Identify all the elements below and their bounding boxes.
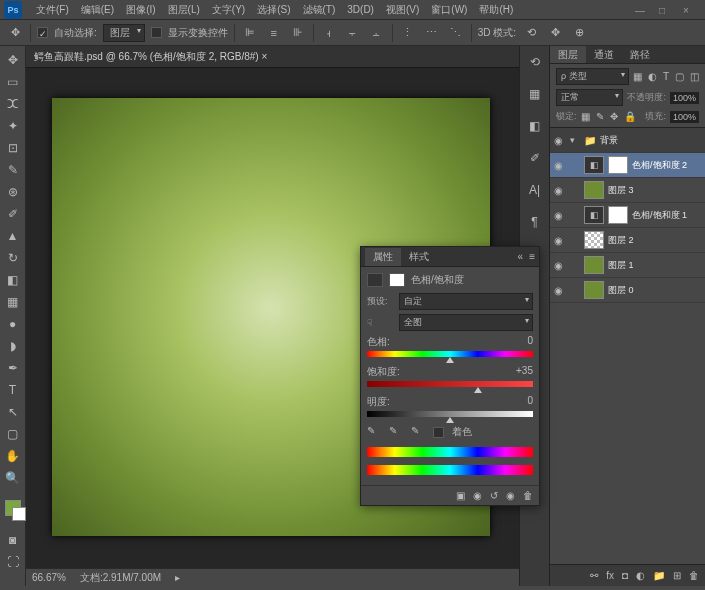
menu-select[interactable]: 选择(S) xyxy=(251,3,296,17)
stamp-tool[interactable]: ▲ xyxy=(2,226,24,246)
distribute-icon[interactable]: ⋮ xyxy=(399,24,417,42)
tab-properties[interactable]: 属性 xyxy=(365,248,401,266)
trash-icon[interactable]: 🗑 xyxy=(523,490,533,501)
pen-tool[interactable]: ✒ xyxy=(2,358,24,378)
hue-slider[interactable] xyxy=(367,351,533,357)
link-icon[interactable]: ⚯ xyxy=(590,570,598,581)
mask-icon[interactable]: ◘ xyxy=(622,570,628,581)
eraser-tool[interactable]: ◧ xyxy=(2,270,24,290)
blend-mode-dropdown[interactable]: 正常 xyxy=(556,89,623,106)
saturation-value[interactable]: +35 xyxy=(516,365,533,379)
auto-select-checkbox[interactable] xyxy=(37,27,48,38)
auto-select-dropdown[interactable]: 图层 xyxy=(103,24,145,42)
hand-tool[interactable]: ✋ xyxy=(2,446,24,466)
gradient-tool[interactable]: ▦ xyxy=(2,292,24,312)
layer-name[interactable]: 色相/饱和度 1 xyxy=(632,209,687,222)
menu-3d[interactable]: 3D(D) xyxy=(341,4,380,15)
align-icon[interactable]: ⫞ xyxy=(320,24,338,42)
fill-value[interactable]: 100% xyxy=(670,111,699,123)
dodge-tool[interactable]: ◗ xyxy=(2,336,24,356)
eyedropper-tool[interactable]: ✎ xyxy=(2,160,24,180)
filter-shape-icon[interactable]: ▢ xyxy=(675,71,684,82)
visibility-icon[interactable]: ◉ xyxy=(554,160,566,171)
tab-styles[interactable]: 样式 xyxy=(401,248,437,266)
menu-window[interactable]: 窗口(W) xyxy=(425,3,473,17)
visibility-icon[interactable]: ◉ xyxy=(554,285,566,296)
collapse-icon[interactable]: « xyxy=(518,251,524,262)
3d-zoom-icon[interactable]: ⊕ xyxy=(570,24,588,42)
layer-name[interactable]: 图层 1 xyxy=(608,259,634,272)
fx-icon[interactable]: fx xyxy=(606,570,614,581)
align-icon[interactable]: ⫠ xyxy=(368,24,386,42)
layer-item[interactable]: ◉ 图层 2 xyxy=(550,228,705,253)
document-tab[interactable]: 鳄鱼高跟鞋.psd @ 66.7% (色相/饱和度 2, RGB/8#) × xyxy=(26,46,519,68)
menu-edit[interactable]: 编辑(E) xyxy=(75,3,120,17)
brush-icon[interactable]: ✐ xyxy=(525,148,545,168)
tab-layers[interactable]: 图层 xyxy=(550,46,586,63)
opacity-value[interactable]: 100% xyxy=(670,92,699,104)
layer-group[interactable]: ◉ ▾ 📁 背景 xyxy=(550,128,705,153)
color-icon[interactable]: ◧ xyxy=(525,116,545,136)
shape-tool[interactable]: ▢ xyxy=(2,424,24,444)
previous-icon[interactable]: ◉ xyxy=(473,490,482,501)
filter-type-icon[interactable]: T xyxy=(663,71,669,82)
new-layer-icon[interactable]: ⊞ xyxy=(673,570,681,581)
lock-position-icon[interactable]: ✥ xyxy=(610,111,618,122)
3d-orbit-icon[interactable]: ⟲ xyxy=(522,24,540,42)
menu-type[interactable]: 文字(Y) xyxy=(206,3,251,17)
distribute-icon[interactable]: ⋱ xyxy=(447,24,465,42)
menu-view[interactable]: 视图(V) xyxy=(380,3,425,17)
adjustment-icon[interactable]: ◐ xyxy=(636,570,645,581)
close-icon[interactable]: × xyxy=(683,5,693,15)
brush-tool[interactable]: ✐ xyxy=(2,204,24,224)
hue-value[interactable]: 0 xyxy=(527,335,533,349)
chevron-down-icon[interactable]: ▾ xyxy=(570,135,580,145)
saturation-slider[interactable] xyxy=(367,381,533,387)
layer-filter-dropdown[interactable]: ρ 类型 xyxy=(556,68,629,85)
maximize-icon[interactable]: □ xyxy=(659,5,669,15)
clip-icon[interactable]: ▣ xyxy=(456,490,465,501)
finger-icon[interactable]: ☟ xyxy=(367,318,393,328)
menu-filter[interactable]: 滤镜(T) xyxy=(297,3,342,17)
visibility-icon[interactable]: ◉ xyxy=(554,260,566,271)
marquee-tool[interactable]: ▭ xyxy=(2,72,24,92)
menu-help[interactable]: 帮助(H) xyxy=(473,3,519,17)
colorize-checkbox[interactable] xyxy=(433,427,444,438)
quickmask-tool[interactable]: ◙ xyxy=(2,530,24,550)
layer-item[interactable]: ◉ 图层 0 xyxy=(550,278,705,303)
type-tool[interactable]: T xyxy=(2,380,24,400)
tab-channels[interactable]: 通道 xyxy=(586,46,622,63)
screenmode-tool[interactable]: ⛶ xyxy=(2,552,24,572)
zoom-tool[interactable]: 🔍 xyxy=(2,468,24,488)
lightness-slider[interactable] xyxy=(367,411,533,417)
layer-item[interactable]: ◉ ◧ 色相/饱和度 1 xyxy=(550,203,705,228)
channel-dropdown[interactable]: 全图 xyxy=(399,314,533,331)
layer-name[interactable]: 色相/饱和度 2 xyxy=(632,159,687,172)
history-icon[interactable]: ⟲ xyxy=(525,52,545,72)
visibility-icon[interactable]: ◉ xyxy=(554,135,566,146)
paragraph-icon[interactable]: ¶ xyxy=(525,212,545,232)
show-transform-checkbox[interactable] xyxy=(151,27,162,38)
wand-tool[interactable]: ✦ xyxy=(2,116,24,136)
panel-menu-icon[interactable]: ≡ xyxy=(529,251,535,262)
filter-smart-icon[interactable]: ◫ xyxy=(690,71,699,82)
preset-dropdown[interactable]: 自定 xyxy=(399,293,533,310)
layer-item[interactable]: ◉ 图层 1 xyxy=(550,253,705,278)
menu-file[interactable]: 文件(F) xyxy=(30,3,75,17)
zoom-level[interactable]: 66.67% xyxy=(32,572,66,583)
heal-tool[interactable]: ⊛ xyxy=(2,182,24,202)
lock-all-icon[interactable]: 🔒 xyxy=(624,111,636,122)
menu-image[interactable]: 图像(I) xyxy=(120,3,161,17)
eyedropper-minus-icon[interactable]: ✎ xyxy=(411,425,425,439)
eyedropper-icon[interactable]: ✎ xyxy=(367,425,381,439)
tab-paths[interactable]: 路径 xyxy=(622,46,658,63)
align-icon[interactable]: ⊪ xyxy=(289,24,307,42)
layer-item[interactable]: ◉ 图层 3 xyxy=(550,178,705,203)
chevron-right-icon[interactable]: ▸ xyxy=(175,572,180,583)
layer-item[interactable]: ◉ ◧ 色相/饱和度 2 xyxy=(550,153,705,178)
color-swatches[interactable] xyxy=(2,498,24,518)
move-tool[interactable]: ✥ xyxy=(2,50,24,70)
filter-pixel-icon[interactable]: ▦ xyxy=(633,71,642,82)
layer-name[interactable]: 背景 xyxy=(600,134,618,147)
visibility-icon[interactable]: ◉ xyxy=(554,235,566,246)
